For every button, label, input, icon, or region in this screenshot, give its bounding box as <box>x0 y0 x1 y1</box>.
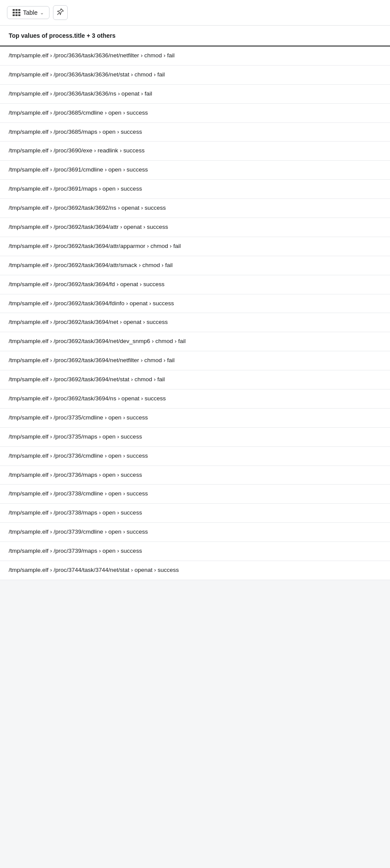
table-row[interactable]: /tmp/sample.elf › /proc/3692/task/3694/n… <box>0 370 390 389</box>
row-value: /tmp/sample.elf › /proc/3738/maps › open… <box>9 509 142 517</box>
table-row[interactable]: /tmp/sample.elf › /proc/3685/cmdline › o… <box>0 104 390 123</box>
table-row[interactable]: /tmp/sample.elf › /proc/3738/maps › open… <box>0 504 390 523</box>
table-row[interactable]: /tmp/sample.elf › /proc/3692/task/3694/n… <box>0 389 390 409</box>
svg-rect-4 <box>16 12 18 13</box>
row-value: /tmp/sample.elf › /proc/3691/cmdline › o… <box>9 166 148 174</box>
row-value: /tmp/sample.elf › /proc/3690/exe › readl… <box>9 147 145 155</box>
toolbar: Table ⌄ <box>0 0 390 26</box>
svg-line-9 <box>57 13 59 15</box>
row-value: /tmp/sample.elf › /proc/3636/task/3636/n… <box>9 90 152 98</box>
table-row[interactable]: /tmp/sample.elf › /proc/3691/cmdline › o… <box>0 161 390 180</box>
row-value: /tmp/sample.elf › /proc/3691/maps › open… <box>9 185 142 193</box>
main-content: Top values of process.title + 3 others /… <box>0 26 390 580</box>
row-value: /tmp/sample.elf › /proc/3692/task/3694/n… <box>9 376 165 384</box>
table-row[interactable]: /tmp/sample.elf › /proc/3736/maps › open… <box>0 466 390 485</box>
chevron-down-icon: ⌄ <box>40 10 44 16</box>
pin-button[interactable] <box>53 5 68 20</box>
svg-rect-2 <box>18 9 20 11</box>
table-row[interactable]: /tmp/sample.elf › /proc/3690/exe › readl… <box>0 142 390 161</box>
row-value: /tmp/sample.elf › /proc/3739/cmdline › o… <box>9 528 148 536</box>
row-value: /tmp/sample.elf › /proc/3735/cmdline › o… <box>9 414 148 422</box>
row-value: /tmp/sample.elf › /proc/3692/task/3694/a… <box>9 223 168 231</box>
table-row[interactable]: /tmp/sample.elf › /proc/3735/maps › open… <box>0 428 390 447</box>
svg-rect-6 <box>13 14 15 16</box>
pin-icon <box>57 8 64 17</box>
row-value: /tmp/sample.elf › /proc/3692/task/3692/n… <box>9 204 166 212</box>
svg-rect-1 <box>16 9 18 11</box>
row-value: /tmp/sample.elf › /proc/3738/cmdline › o… <box>9 490 148 498</box>
table-row[interactable]: /tmp/sample.elf › /proc/3692/task/3694/f… <box>0 275 390 294</box>
row-value: /tmp/sample.elf › /proc/3692/task/3694/a… <box>9 261 172 270</box>
row-value: /tmp/sample.elf › /proc/3692/task/3694/f… <box>9 281 165 289</box>
table-row[interactable]: /tmp/sample.elf › /proc/3692/task/3694/n… <box>0 332 390 351</box>
table-row[interactable]: /tmp/sample.elf › /proc/3692/task/3694/a… <box>0 218 390 237</box>
table-row[interactable]: /tmp/sample.elf › /proc/3636/task/3636/n… <box>0 46 390 66</box>
table-row[interactable]: /tmp/sample.elf › /proc/3744/task/3744/n… <box>0 561 390 580</box>
row-value: /tmp/sample.elf › /proc/3744/task/3744/n… <box>9 566 179 574</box>
svg-rect-5 <box>18 12 20 13</box>
svg-rect-8 <box>18 14 20 16</box>
table-column-header: Top values of process.title + 3 others <box>0 26 390 46</box>
row-value: /tmp/sample.elf › /proc/3692/task/3694/n… <box>9 318 168 327</box>
table-row[interactable]: /tmp/sample.elf › /proc/3692/task/3694/a… <box>0 256 390 275</box>
table-row[interactable]: /tmp/sample.elf › /proc/3636/task/3636/n… <box>0 66 390 85</box>
table-row[interactable]: /tmp/sample.elf › /proc/3692/task/3694/a… <box>0 237 390 256</box>
row-value: /tmp/sample.elf › /proc/3692/task/3694/n… <box>9 356 175 365</box>
row-value: /tmp/sample.elf › /proc/3692/task/3694/a… <box>9 242 181 251</box>
table-view-button[interactable]: Table ⌄ <box>7 6 50 19</box>
svg-rect-7 <box>16 14 18 16</box>
row-value: /tmp/sample.elf › /proc/3692/task/3694/n… <box>9 337 185 346</box>
column-header-text: Top values of process.title + 3 others <box>9 32 116 39</box>
table-row[interactable]: /tmp/sample.elf › /proc/3735/cmdline › o… <box>0 409 390 428</box>
table-row[interactable]: /tmp/sample.elf › /proc/3692/task/3694/f… <box>0 294 390 314</box>
table-row[interactable]: /tmp/sample.elf › /proc/3685/maps › open… <box>0 123 390 142</box>
table-row[interactable]: /tmp/sample.elf › /proc/3636/task/3636/n… <box>0 85 390 104</box>
table-row[interactable]: /tmp/sample.elf › /proc/3692/task/3692/n… <box>0 199 390 218</box>
row-value: /tmp/sample.elf › /proc/3735/maps › open… <box>9 433 142 441</box>
table-row[interactable]: /tmp/sample.elf › /proc/3692/task/3694/n… <box>0 351 390 370</box>
row-value: /tmp/sample.elf › /proc/3736/cmdline › o… <box>9 452 148 460</box>
row-value: /tmp/sample.elf › /proc/3692/task/3694/n… <box>9 395 166 403</box>
row-value: /tmp/sample.elf › /proc/3736/maps › open… <box>9 471 142 479</box>
table-row[interactable]: /tmp/sample.elf › /proc/3736/cmdline › o… <box>0 447 390 466</box>
table-row[interactable]: /tmp/sample.elf › /proc/3738/cmdline › o… <box>0 485 390 504</box>
table-body: /tmp/sample.elf › /proc/3636/task/3636/n… <box>0 46 390 580</box>
svg-rect-0 <box>13 9 15 11</box>
row-value: /tmp/sample.elf › /proc/3685/cmdline › o… <box>9 109 148 117</box>
table-row[interactable]: /tmp/sample.elf › /proc/3692/task/3694/n… <box>0 313 390 332</box>
table-grid-icon <box>13 9 20 16</box>
row-value: /tmp/sample.elf › /proc/3739/maps › open… <box>9 547 142 555</box>
table-row[interactable]: /tmp/sample.elf › /proc/3739/maps › open… <box>0 542 390 561</box>
table-row[interactable]: /tmp/sample.elf › /proc/3739/cmdline › o… <box>0 523 390 542</box>
row-value: /tmp/sample.elf › /proc/3636/task/3636/n… <box>9 71 165 79</box>
row-value: /tmp/sample.elf › /proc/3636/task/3636/n… <box>9 52 175 60</box>
table-row[interactable]: /tmp/sample.elf › /proc/3691/maps › open… <box>0 180 390 199</box>
row-value: /tmp/sample.elf › /proc/3692/task/3694/f… <box>9 300 174 308</box>
svg-rect-3 <box>13 12 15 13</box>
table-button-label: Table <box>23 9 37 16</box>
row-value: /tmp/sample.elf › /proc/3685/maps › open… <box>9 128 142 136</box>
